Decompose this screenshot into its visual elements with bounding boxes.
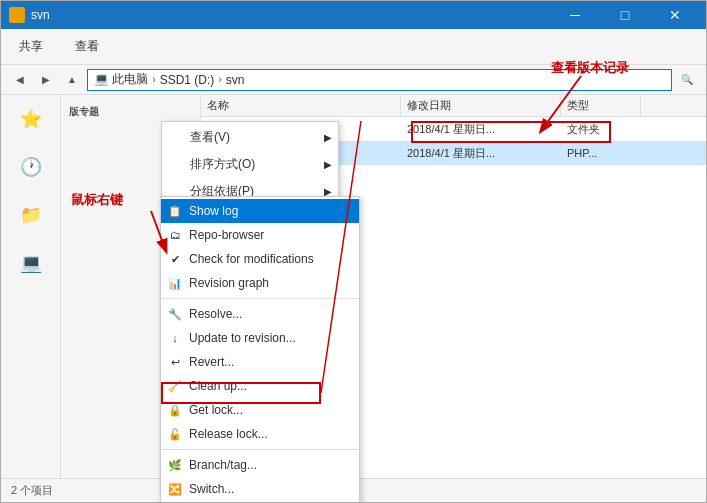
resolve-icon: 🔧	[167, 306, 183, 322]
ctx-sort-label: 排序方式(O)	[190, 156, 255, 173]
path-sep-1: ›	[152, 74, 155, 85]
svn-cleanup-label: Clean up...	[189, 379, 247, 393]
path-sep-2: ›	[218, 74, 221, 85]
svn-show-log[interactable]: 📋Show log	[161, 199, 359, 223]
svn-repobrowser-label: Repo-browser	[189, 228, 264, 242]
title-controls: ─ □ ✕	[552, 1, 698, 29]
address-bar: ◀ ▶ ▲ 💻 此电脑 › SSD1 (D:) › svn 🔍	[1, 65, 706, 95]
svn-resolve[interactable]: 🔧Resolve...	[161, 302, 359, 326]
svn-sep-2	[161, 449, 359, 450]
up-button[interactable]: ▲	[61, 69, 83, 91]
svn-revert-label: Revert...	[189, 355, 234, 369]
cleanup-icon: 🧹	[167, 378, 183, 394]
repobrowser-icon: 🗂	[167, 227, 183, 243]
qa-section-label: 版专题	[61, 99, 200, 121]
svn-get-lock[interactable]: 🔒Get lock...	[161, 398, 359, 422]
svn-update-revision[interactable]: ↓Update to revision...	[161, 326, 359, 350]
ctx-sort-arrow: ▶	[324, 159, 332, 170]
ctx-sort[interactable]: 排序方式(O)▶	[162, 151, 338, 178]
sidebar-pc[interactable]: 💻	[15, 247, 47, 279]
svn-revgraph-label: Revision graph	[189, 276, 269, 290]
window-title: svn	[31, 8, 552, 22]
back-button[interactable]: ◀	[9, 69, 31, 91]
forward-button[interactable]: ▶	[35, 69, 57, 91]
svn-release-lock[interactable]: 🔓Release lock...	[161, 422, 359, 446]
svn-repo-browser[interactable]: 🗂Repo-browser	[161, 223, 359, 247]
title-bar: svn ─ □ ✕	[1, 1, 706, 29]
breadcrumb: 💻 此电脑 › SSD1 (D:) › svn	[94, 71, 244, 88]
share-button[interactable]: 共享	[9, 34, 53, 59]
file-date-php: 2018/4/1 星期日...	[401, 146, 561, 161]
svn-checkmod-label: Check for modifications	[189, 252, 314, 266]
svn-submenu[interactable]: 📋Show log 🗂Repo-browser ✔Check for modif…	[160, 196, 360, 503]
branchtag-icon: 🌿	[167, 457, 183, 473]
updaterev-icon: ↓	[167, 330, 183, 346]
toolbar: 共享 查看	[1, 29, 706, 65]
file-type-svn: 文件夹	[561, 122, 641, 137]
maximize-button[interactable]: □	[602, 1, 648, 29]
getlock-icon: 🔒	[167, 402, 183, 418]
svn-updaterev-label: Update to revision...	[189, 331, 296, 345]
revert-icon: ↩	[167, 354, 183, 370]
svn-branch-tag[interactable]: 🌿Branch/tag...	[161, 453, 359, 477]
svn-resolve-label: Resolve...	[189, 307, 242, 321]
svn-switch[interactable]: 🔀Switch...	[161, 477, 359, 501]
svn-releaselock-label: Release lock...	[189, 427, 268, 441]
svn-sep-1	[161, 298, 359, 299]
close-button[interactable]: ✕	[652, 1, 698, 29]
breadcrumb-pc[interactable]: 💻 此电脑	[94, 71, 148, 88]
svn-switch-label: Switch...	[189, 482, 234, 496]
svn-cleanup[interactable]: 🧹Clean up...	[161, 374, 359, 398]
col-header-type[interactable]: 类型	[561, 95, 641, 116]
sidebar-recent[interactable]: 🕐	[15, 151, 47, 183]
svn-showlog-label: Show log	[189, 204, 238, 218]
sidebar-folder[interactable]: 📁	[15, 199, 47, 231]
revgraph-icon: 📊	[167, 275, 183, 291]
showlog-icon: 📋	[167, 203, 183, 219]
svn-branchtag-label: Branch/tag...	[189, 458, 257, 472]
file-date-svn: 2018/4/1 星期日...	[401, 122, 561, 137]
breadcrumb-drive[interactable]: SSD1 (D:)	[160, 73, 215, 87]
col-header-name[interactable]: 名称	[201, 95, 401, 116]
switch-icon: 🔀	[167, 481, 183, 497]
file-list-header: 名称 修改日期 类型	[201, 95, 706, 117]
search-button[interactable]: 🔍	[676, 69, 698, 91]
releaselock-icon: 🔓	[167, 426, 183, 442]
sidebar: ⭐ 🕐 📁 💻	[1, 95, 61, 480]
ctx-view[interactable]: 查看(V)▶	[162, 124, 338, 151]
checkmod-icon: ✔	[167, 251, 183, 267]
svn-revert[interactable]: ↩Revert...	[161, 350, 359, 374]
svn-check-modifications[interactable]: ✔Check for modifications	[161, 247, 359, 271]
address-path[interactable]: 💻 此电脑 › SSD1 (D:) › svn	[87, 69, 672, 91]
ctx-view-label: 查看(V)	[190, 129, 230, 146]
svn-revision-graph[interactable]: 📊Revision graph	[161, 271, 359, 295]
file-type-php: PHP...	[561, 147, 641, 159]
ctx-view-arrow: ▶	[324, 132, 332, 143]
minimize-button[interactable]: ─	[552, 1, 598, 29]
window-icon	[9, 7, 25, 23]
breadcrumb-folder[interactable]: svn	[226, 73, 245, 87]
sidebar-star[interactable]: ⭐	[15, 103, 47, 135]
col-header-modified[interactable]: 修改日期	[401, 95, 561, 116]
view-button[interactable]: 查看	[65, 34, 109, 59]
svn-getlock-label: Get lock...	[189, 403, 243, 417]
status-text: 2 个项目	[11, 483, 53, 498]
main-window: svn ─ □ ✕ 共享 查看 ◀ ▶ ▲ 💻 此电脑 › SSD1 (D:) …	[0, 0, 707, 503]
